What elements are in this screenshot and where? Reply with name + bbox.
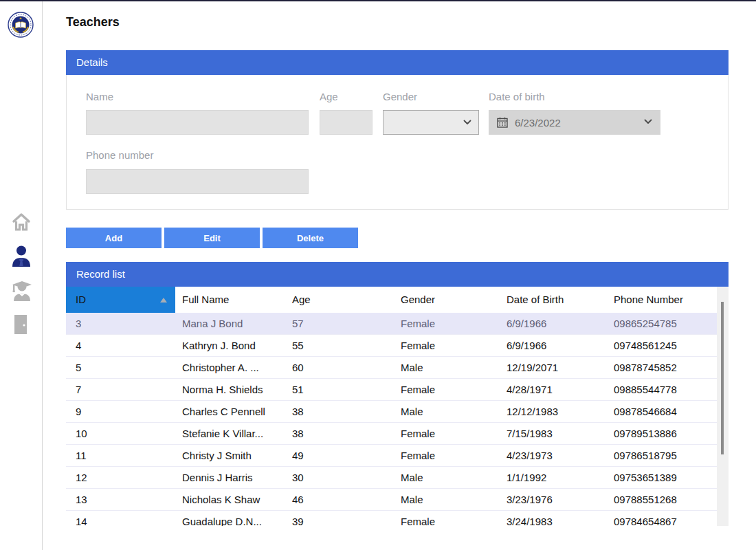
- table-row[interactable]: 4 Kathryn J. Bond 55 Female 6/9/1966 097…: [66, 335, 729, 357]
- column-header-phone-number[interactable]: Phone Number: [607, 287, 717, 313]
- cell-age: 60: [285, 357, 394, 378]
- cell-full-name: Stefanie K Villar...: [175, 423, 285, 444]
- table-row[interactable]: 13 Nicholas K Shaw 46 Male 3/23/1976 097…: [66, 489, 729, 511]
- calendar-icon: [497, 117, 508, 128]
- cell-phone-number: 09748561245: [607, 335, 717, 356]
- name-field[interactable]: [86, 110, 309, 135]
- cell-phone-number: 09788551268: [607, 489, 717, 510]
- cell-phone-number: 09789513886: [607, 423, 717, 444]
- table-row[interactable]: 3 Mana J Bond 57 Female 6/9/1966 0986525…: [66, 313, 729, 335]
- record-list-panel: Record list ID Full Name Age Gender Date…: [66, 262, 729, 526]
- cell-age: 38: [285, 423, 394, 444]
- cell-phone-number: 09878546684: [607, 401, 717, 422]
- cell-id: 13: [66, 489, 175, 510]
- cell-full-name: Charles C Pennell: [175, 401, 285, 422]
- table-row[interactable]: 5 Christopher A. ... 60 Male 12/19/2071 …: [66, 357, 729, 379]
- table-row[interactable]: 14 Guadalupe D.N... 39 Female 3/24/1983 …: [66, 511, 729, 526]
- cell-id: 9: [66, 401, 175, 422]
- student-graduate-icon: [11, 279, 32, 302]
- cell-age: 39: [285, 511, 394, 526]
- gender-label: Gender: [383, 91, 417, 102]
- date-of-birth-picker[interactable]: 6/23/2022: [489, 110, 660, 135]
- cell-full-name: Norma H. Shields: [175, 379, 285, 400]
- delete-button[interactable]: Delete: [263, 228, 358, 248]
- cell-date-of-birth: 3/23/1976: [500, 489, 607, 510]
- cell-full-name: Dennis J Harris: [175, 467, 285, 488]
- date-of-birth-label: Date of birth: [489, 91, 545, 102]
- table-body: 3 Mana J Bond 57 Female 6/9/1966 0986525…: [66, 313, 729, 526]
- gender-select[interactable]: [383, 110, 479, 135]
- exit-door-icon: [11, 314, 32, 334]
- cell-date-of-birth: 6/9/1966: [500, 335, 607, 356]
- cell-full-name: Kathryn J. Bond: [175, 335, 285, 356]
- cell-gender: Female: [394, 445, 500, 466]
- sidebar-item-students[interactable]: [11, 279, 32, 301]
- sidebar-item-home[interactable]: [11, 212, 32, 234]
- cell-age: 49: [285, 445, 394, 466]
- date-of-birth-value: 6/23/2022: [515, 117, 561, 129]
- cell-full-name: Mana J Bond: [175, 313, 285, 334]
- chevron-down-icon: [463, 120, 471, 125]
- table-scrollbar[interactable]: [717, 287, 729, 526]
- phone-number-label: Phone number: [86, 149, 153, 161]
- scrollbar-thumb[interactable]: [721, 302, 724, 454]
- cell-age: 46: [285, 489, 394, 510]
- cell-id: 14: [66, 511, 175, 526]
- cell-id: 3: [66, 313, 175, 334]
- name-label: Name: [86, 91, 113, 102]
- cell-date-of-birth: 1/1/1992: [500, 467, 607, 488]
- cell-id: 10: [66, 423, 175, 444]
- sidebar-item-exit[interactable]: [11, 314, 32, 336]
- cell-age: 51: [285, 379, 394, 400]
- cell-age: 55: [285, 335, 394, 356]
- record-list-header: Record list: [66, 262, 729, 287]
- details-panel-header: Details: [66, 50, 729, 75]
- cell-gender: Male: [394, 357, 500, 378]
- cell-date-of-birth: 12/12/1983: [500, 401, 607, 422]
- cell-full-name: Guadalupe D.N...: [175, 511, 285, 526]
- cell-gender: Female: [394, 423, 500, 444]
- cell-id: 12: [66, 467, 175, 488]
- table-row[interactable]: 7 Norma H. Shields 51 Female 4/28/1971 0…: [66, 379, 729, 401]
- cell-id: 5: [66, 357, 175, 378]
- edit-button[interactable]: Edit: [164, 228, 260, 248]
- cell-age: 38: [285, 401, 394, 422]
- cell-phone-number: 09786518795: [607, 445, 717, 466]
- column-header-gender[interactable]: Gender: [394, 287, 500, 313]
- sidebar-item-teachers[interactable]: [11, 245, 32, 267]
- table-row[interactable]: 10 Stefanie K Villar... 38 Female 7/15/1…: [66, 423, 729, 445]
- age-label: Age: [320, 91, 338, 102]
- cell-date-of-birth: 4/23/1973: [500, 445, 607, 466]
- cell-id: 11: [66, 445, 175, 466]
- table-header-row: ID Full Name Age Gender Date of Birth Ph…: [66, 287, 729, 313]
- cell-age: 30: [285, 467, 394, 488]
- table-row[interactable]: 12 Dennis J Harris 30 Male 1/1/1992 0975…: [66, 467, 729, 489]
- column-header-date-of-birth[interactable]: Date of Birth: [500, 287, 607, 313]
- add-button[interactable]: Add: [66, 228, 162, 248]
- page-title: Teachers: [66, 15, 120, 30]
- cell-phone-number: 09784654867: [607, 511, 717, 526]
- table-row[interactable]: 11 Christy J Smith 49 Female 4/23/1973 0…: [66, 445, 729, 467]
- cell-phone-number: 09878745852: [607, 357, 717, 378]
- cell-id: 4: [66, 335, 175, 356]
- cell-full-name: Christy J Smith: [175, 445, 285, 466]
- column-header-age[interactable]: Age: [285, 287, 394, 313]
- cell-phone-number: 09753651389: [607, 467, 717, 488]
- column-header-full-name[interactable]: Full Name: [175, 287, 285, 313]
- cell-date-of-birth: 3/24/1983: [500, 511, 607, 526]
- table-row[interactable]: 9 Charles C Pennell 38 Male 12/12/1983 0…: [66, 401, 729, 423]
- cell-date-of-birth: 7/15/1983: [500, 423, 607, 444]
- cell-gender: Female: [394, 379, 500, 400]
- cell-full-name: Nicholas K Shaw: [175, 489, 285, 510]
- chevron-down-icon: [644, 119, 652, 124]
- window-top-border: [0, 0, 756, 1]
- cell-phone-number: 09865254785: [607, 313, 717, 334]
- cell-date-of-birth: 6/9/1966: [500, 313, 607, 334]
- sort-ascending-icon: [160, 298, 167, 302]
- phone-number-field[interactable]: [86, 169, 309, 194]
- cell-gender: Female: [394, 335, 500, 356]
- column-header-id[interactable]: ID: [66, 287, 175, 313]
- cell-gender: Female: [394, 511, 500, 526]
- cell-date-of-birth: 4/28/1971: [500, 379, 607, 400]
- age-field[interactable]: [320, 110, 373, 135]
